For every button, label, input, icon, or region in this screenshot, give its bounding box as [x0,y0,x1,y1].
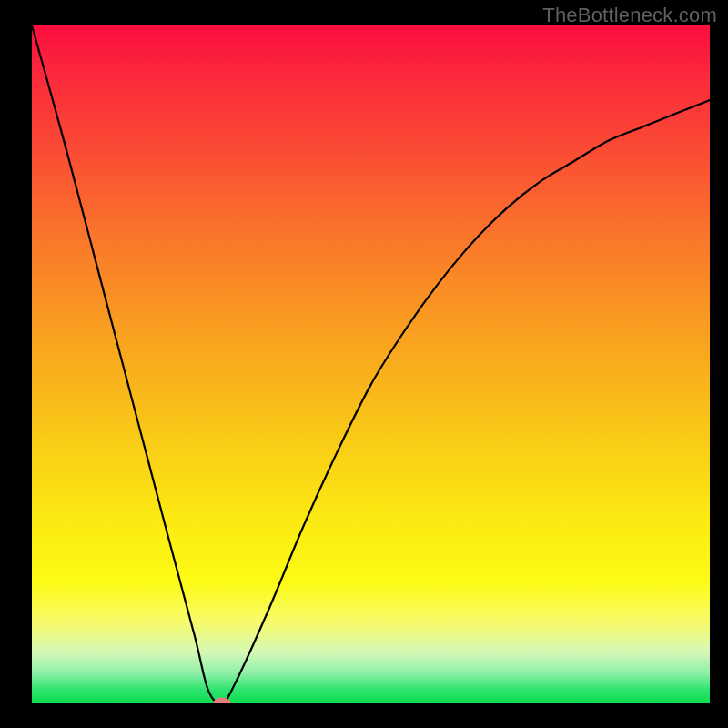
plot-area [32,25,710,703]
minimum-marker [213,698,231,704]
watermark-text: TheBottleneck.com [542,4,717,27]
chart-frame: TheBottleneck.com [0,0,728,728]
bottleneck-curve [32,25,710,703]
